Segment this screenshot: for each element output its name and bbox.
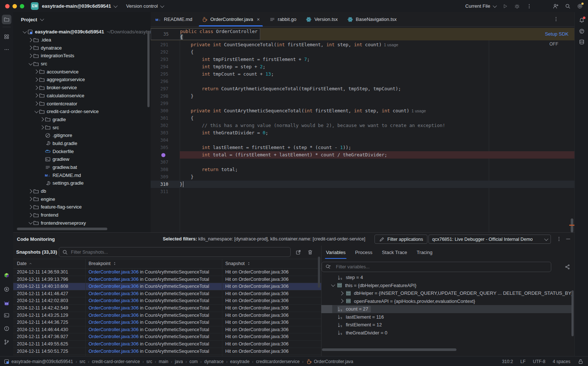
snapshot-row[interactable]: 2024-12-11 14:36:59.301OrderController.j…	[13, 269, 321, 276]
line-number[interactable]: 297	[151, 85, 180, 93]
project-tree-item[interactable]: frontendreverseproxy	[13, 219, 151, 227]
settings-gear-icon[interactable]	[577, 3, 583, 9]
project-switcher[interactable]: easytrade-main@039c6d59541	[42, 3, 116, 9]
breadcrumb-item[interactable]: com	[189, 359, 198, 364]
code-line-303[interactable]: 303 int theGreatDivider = 0;	[151, 129, 574, 137]
share-icon[interactable]	[564, 264, 570, 270]
column-header-date[interactable]: Date	[13, 259, 85, 268]
hide-panel-icon[interactable]	[565, 236, 571, 242]
line-number[interactable]: 295	[151, 70, 180, 78]
panel-options-icon[interactable]	[556, 236, 562, 242]
error-stripe-mark[interactable]	[569, 225, 574, 226]
line-number[interactable]: 308	[151, 166, 180, 173]
snapshot-row[interactable]: 2024-12-11 14:49:55.625OrderController.j…	[13, 341, 321, 348]
chevron-right-icon[interactable]	[40, 125, 44, 129]
vcs-widget[interactable]: Version control	[126, 3, 163, 9]
code-line-304[interactable]: 304	[151, 137, 574, 144]
breadcrumb-item[interactable]: easytrade-main@039c6d59541	[4, 359, 73, 365]
tool-window-button-services[interactable]	[2, 285, 11, 294]
editor-tab-basenavigation-tsx[interactable]: BaseNavigation.tsx	[343, 12, 401, 26]
snapshot-row[interactable]: 2024-12-11 14:46:44.430OrderController.j…	[13, 326, 321, 334]
snapshot-row[interactable]: 2024-12-11 14:42:42.549OrderController.j…	[13, 305, 321, 312]
variable-row-firstElement[interactable]: 19firstElement = 12	[321, 321, 571, 329]
code-line-291[interactable]: 291 private int CountSequenceTotal(int f…	[151, 41, 574, 48]
code-line-300[interactable]: 300 private int CountArythmeticSequenceT…	[151, 107, 574, 115]
tool-window-button-dynatrace[interactable]	[2, 271, 11, 280]
editor-tab-readme-md[interactable]: M↓README.md	[151, 12, 197, 26]
project-tree-item[interactable]: integrationTests	[13, 52, 151, 60]
tool-window-button-structure[interactable]	[2, 32, 11, 41]
breakpoint-link[interactable]: OrderController.java:306	[89, 341, 139, 347]
project-panel-header[interactable]: Project	[13, 12, 151, 27]
project-tree-item[interactable]: gradlew.bat	[13, 163, 151, 171]
project-tree-item[interactable]: dynatrace	[13, 44, 151, 52]
snapshot-row[interactable]: 2024-12-11 14:44:36.725OrderController.j…	[13, 319, 321, 326]
detail-tab-variables[interactable]: Variables	[326, 246, 345, 259]
line-number[interactable]: 311	[151, 188, 180, 195]
project-tree-item[interactable]: src	[13, 123, 151, 131]
breakpoint-link[interactable]: OrderController.java:306	[89, 298, 139, 303]
chevron-right-icon[interactable]	[34, 70, 38, 74]
line-number[interactable]: 293	[151, 56, 180, 63]
tool-window-button-project[interactable]	[2, 15, 11, 24]
line-number[interactable]: 303	[151, 129, 180, 137]
line-number[interactable]: 298	[151, 93, 180, 100]
code-line-306[interactable]: int total = (firstElement + lastElement)…	[151, 151, 574, 159]
snapshots-scrollbar[interactable]	[318, 257, 320, 288]
breadcrumb-item[interactable]: main	[159, 359, 168, 364]
setup-sdk-link[interactable]: Setup SDK	[545, 28, 569, 40]
code-line-305[interactable]: 305 int lastElement = firstElement + (st…	[151, 144, 574, 151]
chevron-down-icon[interactable]	[28, 220, 32, 224]
chevron-right-icon[interactable]	[28, 197, 32, 201]
snapshot-row[interactable]: 2024-12-11 14:41:46.427OrderController.j…	[13, 290, 321, 298]
tool-window-button-notifications[interactable]	[577, 15, 587, 25]
breadcrumb-item[interactable]: src	[146, 359, 152, 364]
code-line-310[interactable]: 310}	[151, 181, 574, 188]
code-line-295[interactable]: 295 int tmpCount = count + 13;	[151, 70, 574, 78]
variable-row-lastElement[interactable]: 19lastElement = 116	[321, 313, 571, 321]
project-vertical-scrollbar[interactable]	[147, 31, 150, 107]
code-line-311[interactable]: 311	[151, 188, 574, 195]
detail-tab-stack-trace[interactable]: Stack Trace	[382, 246, 407, 259]
project-tree-item[interactable]: broker-service	[13, 84, 151, 92]
delete-icon[interactable]	[307, 249, 313, 255]
code-line-293[interactable]: 293 int tmpFirstElement = firstElement +…	[151, 56, 574, 63]
project-horizontal-scrollbar[interactable]	[17, 228, 107, 230]
project-tree-item[interactable]: settings.gradle	[13, 179, 151, 187]
chevron-right-icon[interactable]	[34, 101, 38, 105]
code-line-294[interactable]: 294 int tmpStep = step + 2;	[151, 63, 574, 70]
tab-options-icon[interactable]	[553, 16, 559, 22]
breakpoint-link[interactable]: OrderController.java:306	[89, 277, 139, 282]
snapshot-row[interactable]: 2024-12-11 14:47:36.927OrderController.j…	[13, 333, 321, 341]
code-with-me-icon[interactable]	[553, 3, 559, 9]
project-tree-item[interactable]: calculationservice	[13, 92, 151, 100]
project-tree-item[interactable]: Dockerfile	[13, 147, 151, 155]
breadcrumb-item[interactable]: dynatrace	[204, 359, 224, 364]
chevron-right-icon[interactable]	[28, 189, 32, 193]
indent-widget[interactable]: 4 spaces	[553, 359, 570, 364]
macos-zoom-button[interactable]	[20, 4, 24, 8]
sticky-line[interactable]: 35 public class OrderController {	[151, 28, 260, 40]
search-everywhere-icon[interactable]	[565, 3, 571, 9]
snapshot-row[interactable]: 2024-12-11 14:43:25.129OrderController.j…	[13, 312, 321, 319]
project-tree-item[interactable]: gradle	[13, 116, 151, 124]
breadcrumb-item[interactable]: java	[175, 359, 183, 364]
tool-window-button-version-control[interactable]	[2, 337, 11, 347]
line-number[interactable]: 305	[151, 144, 180, 151]
line-number[interactable]: 292	[151, 48, 180, 56]
breakpoint-link[interactable]: OrderController.java:306	[89, 327, 139, 332]
breakpoint-link[interactable]: OrderController.java:306	[89, 269, 139, 275]
variable-row-step[interactable]: 19step = 4	[321, 273, 571, 282]
run-button-icon[interactable]	[502, 3, 508, 9]
project-tree-item[interactable]: build.gradle	[13, 139, 151, 148]
open-in-new-icon[interactable]	[295, 249, 301, 255]
code-line-309[interactable]: 309 }	[151, 173, 574, 181]
project-tree-item[interactable]: aggregatorservice	[13, 76, 151, 84]
tool-window-button-ai-assistant[interactable]	[577, 26, 587, 36]
breakpoint-link[interactable]: OrderController.java:306	[89, 305, 139, 311]
code-line-296[interactable]: 296	[151, 78, 574, 85]
breadcrumb-item[interactable]: easytrade	[230, 359, 250, 364]
variables-horizontal-scrollbar[interactable]	[322, 348, 456, 351]
editor-tab-version-tsx[interactable]: Version.tsx	[301, 12, 343, 26]
variable-row-dbHelper[interactable]: dbHelper = {INSERT_ORDER_QUERY,UPDATE_OR…	[321, 289, 571, 297]
